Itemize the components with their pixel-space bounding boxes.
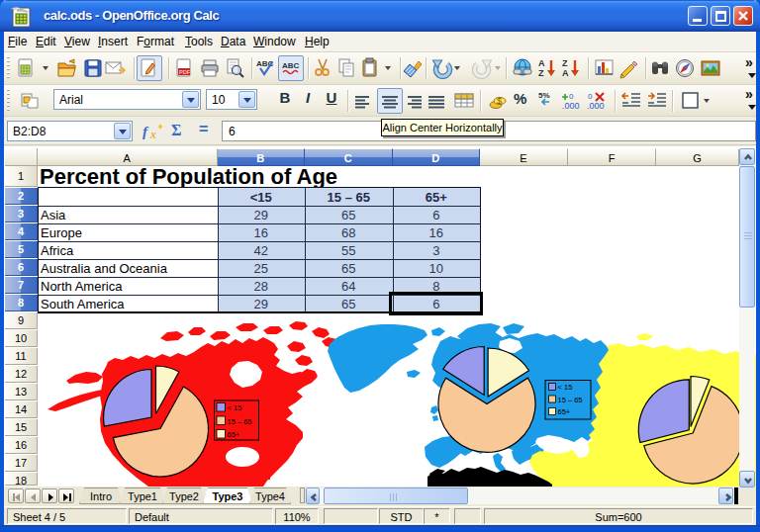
svg-text:65+: 65+ [228, 430, 240, 439]
svg-text:ABC: ABC [282, 61, 300, 70]
svg-text:$: $ [497, 96, 502, 106]
svg-text:15 – 65: 15 – 65 [558, 396, 583, 404]
svg-text:65+: 65+ [558, 407, 571, 416]
svg-text:< 15: < 15 [558, 383, 573, 392]
svg-text:15 – 65: 15 – 65 [228, 417, 252, 426]
svg-text:< 15: < 15 [228, 403, 242, 412]
svg-text:.000: .000 [562, 101, 580, 111]
svg-text:Z: Z [538, 68, 544, 78]
svg-text:A: A [538, 58, 545, 68]
svg-text:A: A [562, 68, 569, 78]
svg-text:5%: 5% [538, 91, 550, 100]
svg-text:Z: Z [562, 58, 568, 68]
svg-text:x: x [149, 127, 156, 141]
svg-text:f: f [142, 124, 149, 139]
svg-text:0: 0 [588, 92, 593, 101]
svg-text:PDF: PDF [179, 69, 191, 75]
svg-text:.000: .000 [587, 101, 605, 111]
svg-text:0: 0 [569, 92, 574, 101]
